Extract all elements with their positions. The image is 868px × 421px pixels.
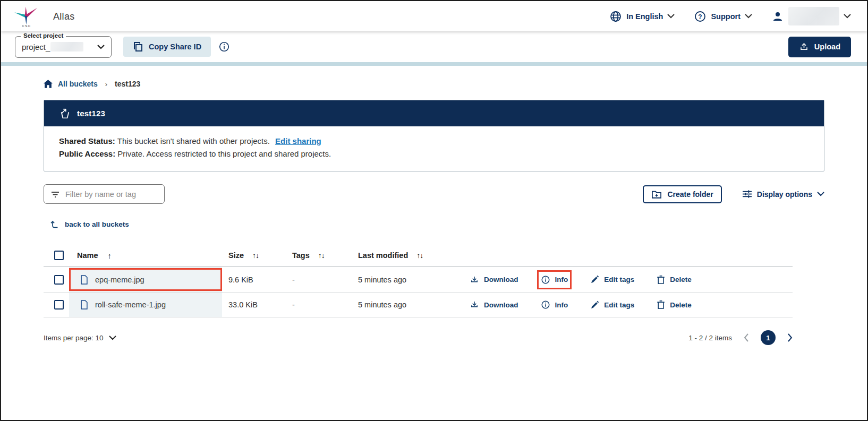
create-folder-label: Create folder	[667, 190, 713, 199]
items-per-page-select[interactable]: Items per page: 10	[44, 334, 116, 342]
download-action[interactable]: Download	[467, 272, 521, 288]
delete-action[interactable]: Delete	[654, 272, 694, 288]
object-last-modified: 5 minutes ago	[358, 276, 406, 284]
breadcrumb: All buckets › test123	[44, 80, 824, 88]
edit-tags-label: Edit tags	[604, 276, 634, 283]
sort-icon[interactable]: ↑↓	[416, 251, 423, 260]
object-size: 33.0 KiB	[228, 300, 258, 309]
return-arrow-icon	[50, 220, 59, 229]
row-checkbox[interactable]	[54, 300, 64, 310]
row-checkbox[interactable]	[54, 275, 64, 285]
pencil-icon	[590, 275, 599, 284]
breadcrumb-current: test123	[115, 80, 140, 88]
share-info-icon[interactable]	[218, 41, 230, 53]
object-name[interactable]: epq-meme.jpg	[95, 276, 144, 284]
folder-plus-icon	[651, 190, 662, 199]
edit-tags-action[interactable]: Edit tags	[588, 297, 636, 313]
trash-icon	[657, 300, 665, 310]
file-icon	[80, 300, 88, 310]
chevron-down-icon	[667, 14, 675, 19]
edit-tags-action[interactable]: Edit tags	[588, 272, 636, 287]
project-select-value: project_	[22, 42, 50, 51]
bucket-title: test123	[77, 109, 105, 118]
pencil-icon	[590, 300, 599, 310]
edit-tags-label: Edit tags	[604, 301, 634, 309]
info-icon	[541, 275, 550, 285]
upload-icon	[799, 42, 809, 52]
back-link-label: back to all buckets	[65, 220, 129, 228]
download-label: Download	[484, 301, 518, 309]
page-title: Allas	[53, 11, 75, 22]
filter-input[interactable]	[65, 190, 158, 199]
project-select[interactable]: Select project project_	[15, 36, 112, 58]
breadcrumb-all-buckets[interactable]: All buckets	[58, 80, 98, 88]
language-menu[interactable]: In English	[609, 10, 675, 23]
table-footer: Items per page: 10 1 - 2 / 2 items 1	[44, 330, 793, 345]
public-access-text: Private. Access restricted to this proje…	[117, 149, 331, 158]
trash-icon	[657, 275, 665, 285]
public-access-label: Public Access:	[59, 149, 115, 158]
delete-action[interactable]: Delete	[654, 297, 694, 313]
info-action[interactable]: Info	[539, 272, 571, 288]
app-header: CSC Allas In English ?	[1, 1, 867, 31]
shared-status-label: Shared Status:	[59, 136, 115, 145]
object-tags: -	[292, 300, 295, 309]
edit-sharing-link[interactable]: Edit sharing	[275, 136, 321, 145]
sort-icon[interactable]: ↑↓	[252, 251, 259, 260]
toolbar: Select project project_ Copy Share ID	[1, 31, 867, 66]
object-last-modified: 5 minutes ago	[358, 300, 406, 309]
delete-label: Delete	[670, 301, 692, 309]
info-icon	[541, 300, 550, 310]
table-row: roll-safe-meme-1.jpg 33.0 KiB - 5 minute…	[44, 292, 793, 317]
support-label: Support	[711, 12, 741, 21]
help-icon: ?	[694, 10, 707, 23]
object-name[interactable]: roll-safe-meme-1.jpg	[95, 300, 166, 309]
display-options-menu[interactable]: Display options	[742, 190, 824, 199]
svg-text:?: ?	[699, 13, 702, 20]
upload-button[interactable]: Upload	[788, 37, 851, 57]
info-action[interactable]: Info	[539, 297, 571, 313]
sort-icon[interactable]: ↑↓	[318, 251, 325, 260]
chevron-down-icon	[817, 192, 824, 196]
user-icon	[771, 10, 784, 23]
column-header-last-modified[interactable]: Last modified	[358, 251, 408, 260]
filter-box[interactable]	[44, 184, 165, 204]
download-action[interactable]: Download	[467, 297, 521, 313]
sort-ascending-icon[interactable]: ↑	[108, 251, 112, 260]
column-header-size[interactable]: Size	[228, 251, 244, 260]
user-menu[interactable]	[771, 7, 851, 25]
chevron-down-icon	[745, 14, 752, 19]
bucket-banner: test123	[44, 100, 824, 126]
object-size: 9.6 KiB	[228, 276, 253, 284]
chevron-down-icon	[844, 14, 851, 19]
previous-page-button[interactable]	[744, 333, 749, 342]
filter-icon	[50, 190, 60, 199]
items-per-page-label: Items per page: 10	[44, 334, 104, 342]
current-page-button[interactable]: 1	[761, 330, 776, 345]
create-folder-button[interactable]: Create folder	[643, 185, 721, 203]
download-icon	[470, 275, 479, 285]
delete-label: Delete	[670, 276, 692, 283]
language-label: In English	[626, 12, 663, 21]
column-header-name[interactable]: Name	[77, 251, 98, 260]
table-header-row: Name ↑ Size ↑↓ Tags ↑↓ Last modified ↑↓	[44, 245, 793, 267]
copy-share-id-button[interactable]: Copy Share ID	[123, 37, 211, 57]
sliders-icon	[742, 190, 752, 199]
back-to-all-buckets-link[interactable]: back to all buckets	[50, 220, 129, 229]
select-all-checkbox[interactable]	[54, 251, 64, 260]
object-tags: -	[292, 276, 295, 284]
column-header-tags[interactable]: Tags	[292, 251, 310, 260]
support-menu[interactable]: ? Support	[694, 10, 752, 23]
controls-row: Create folder Display options	[44, 184, 824, 204]
bucket-info: Shared Status: This bucket isn't shared …	[44, 126, 824, 171]
project-select-label: Select project	[21, 32, 66, 39]
copy-share-id-label: Copy Share ID	[149, 42, 201, 51]
download-label: Download	[484, 276, 518, 283]
project-name-redacted	[50, 42, 83, 51]
home-icon[interactable]	[44, 80, 53, 88]
next-page-button[interactable]	[787, 333, 793, 342]
csc-logo[interactable]: CSC	[14, 5, 38, 28]
globe-icon	[609, 10, 622, 23]
display-options-label: Display options	[757, 190, 812, 199]
info-label: Info	[555, 276, 568, 283]
